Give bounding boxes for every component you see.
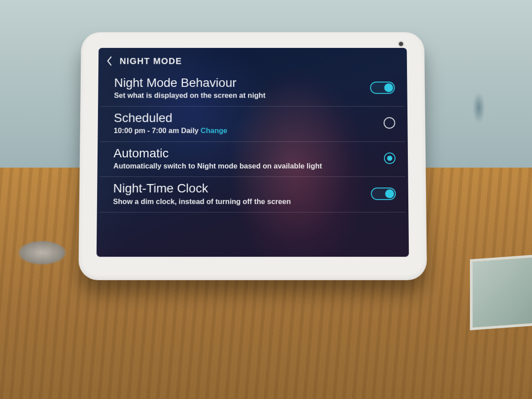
row-automatic[interactable]: Automatic Automatically switch to Night … <box>100 142 406 177</box>
background-lamp <box>9 133 75 266</box>
night-mode-behaviour-toggle[interactable] <box>370 82 395 94</box>
row-text: Night Mode Behaviour Set what is display… <box>114 76 370 100</box>
row-subtitle: 10:00 pm - 7:00 am Daily Change <box>113 126 376 135</box>
echo-show-device: NIGHT MODE Night Mode Behaviour Set what… <box>78 32 427 280</box>
toggle-knob <box>384 83 393 92</box>
row-subtitle: Automatically switch to Night mode based… <box>113 161 377 171</box>
row-scheduled[interactable]: Scheduled 10:00 pm - 7:00 am Daily Chang… <box>100 106 405 141</box>
change-schedule-link[interactable]: Change <box>200 126 227 134</box>
background-mirror <box>470 255 532 330</box>
automatic-radio[interactable] <box>384 153 395 164</box>
page-title: NIGHT MODE <box>120 56 182 66</box>
row-night-time-clock[interactable]: Night-Time Clock Show a dim clock, inste… <box>100 177 406 212</box>
row-text: Scheduled 10:00 pm - 7:00 am Daily Chang… <box>113 111 383 135</box>
row-title: Night-Time Clock <box>113 181 364 196</box>
row-title: Night Mode Behaviour <box>114 76 363 90</box>
scheduled-radio[interactable] <box>383 117 395 129</box>
toggle-knob <box>385 189 394 198</box>
row-subtitle: Show a dim clock, instead of turning off… <box>113 197 364 206</box>
row-subtitle: Set what is displayed on the screen at n… <box>114 91 363 100</box>
schedule-time-text: 10:00 pm - 7:00 am Daily <box>113 126 198 134</box>
header-bar: NIGHT MODE <box>101 52 404 71</box>
camera-dot <box>399 42 403 46</box>
row-text: Night-Time Clock Show a dim clock, inste… <box>113 181 371 206</box>
night-time-clock-toggle[interactable] <box>371 188 396 200</box>
back-chevron-icon[interactable] <box>106 55 113 67</box>
row-night-mode-behaviour[interactable]: Night Mode Behaviour Set what is display… <box>101 71 405 106</box>
screen: NIGHT MODE Night Mode Behaviour Set what… <box>97 48 409 257</box>
row-title: Automatic <box>113 146 377 160</box>
row-title: Scheduled <box>114 111 377 125</box>
row-text: Automatic Automatically switch to Night … <box>113 146 384 171</box>
